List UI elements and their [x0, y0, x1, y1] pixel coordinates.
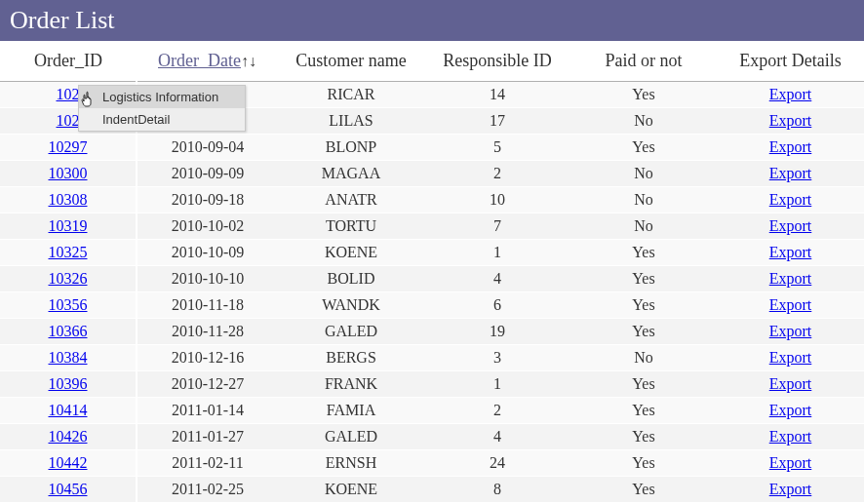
- paid-cell: No: [570, 108, 717, 135]
- order-date-cell: 2010-12-16: [137, 345, 278, 371]
- order-id-link[interactable]: 10297: [49, 138, 88, 155]
- paid-cell: Yes: [570, 135, 717, 161]
- table-row: 103662010-11-28GALED19YesExport: [0, 319, 864, 345]
- customer-cell: BERGS: [278, 345, 424, 371]
- customer-cell: FRANK: [278, 371, 424, 398]
- order-id-link[interactable]: 10319: [49, 217, 88, 234]
- order-date-cell: 2010-11-18: [137, 292, 278, 319]
- responsible-cell: 10: [424, 187, 570, 213]
- customer-cell: GALED: [278, 319, 424, 345]
- col-header-responsible[interactable]: Responsible ID: [424, 41, 570, 82]
- export-link[interactable]: Export: [769, 428, 812, 445]
- table-row: 104422011-02-11ERNSH24YesExport: [0, 450, 864, 477]
- customer-cell: MAGAA: [278, 161, 424, 187]
- paid-cell: Yes: [570, 477, 717, 503]
- export-link[interactable]: Export: [769, 323, 812, 339]
- table-row: 104562011-02-25KOENE8YesExport: [0, 477, 864, 503]
- paid-cell: Yes: [570, 371, 717, 398]
- context-menu-item-logistics[interactable]: Logistics Information: [79, 86, 245, 108]
- export-link[interactable]: Export: [769, 296, 812, 313]
- order-id-link[interactable]: 102: [57, 86, 80, 102]
- table-row: 103082010-09-18ANATR10NoExport: [0, 187, 864, 213]
- customer-cell: RICAR: [278, 82, 424, 108]
- paid-cell: Yes: [570, 398, 717, 424]
- paid-cell: No: [570, 345, 717, 371]
- order-date-cell: 2011-01-27: [137, 424, 278, 450]
- col-header-customer[interactable]: Customer name: [278, 41, 424, 82]
- paid-cell: Yes: [570, 450, 717, 477]
- order-id-link[interactable]: 10384: [49, 349, 88, 366]
- customer-cell: BOLID: [278, 266, 424, 292]
- export-link[interactable]: Export: [769, 270, 812, 287]
- col-header-paid[interactable]: Paid or not: [570, 41, 717, 82]
- export-link[interactable]: Export: [769, 244, 812, 260]
- table-row: 103192010-10-02TORTU7NoExport: [0, 213, 864, 240]
- paid-cell: Yes: [570, 319, 717, 345]
- order-date-cell: 2010-12-27: [137, 371, 278, 398]
- paid-cell: No: [570, 161, 717, 187]
- col-header-order-id[interactable]: Order_ID: [0, 41, 137, 82]
- sort-arrows-icon: ↑↓: [241, 53, 256, 69]
- responsible-cell: 2: [424, 398, 570, 424]
- page-title: Order List: [0, 0, 864, 41]
- col-header-order-date[interactable]: Order_Date↑↓: [137, 41, 278, 82]
- context-menu-item-indent[interactable]: IndentDetail: [79, 108, 245, 131]
- customer-cell: ANATR: [278, 187, 424, 213]
- order-id-link[interactable]: 10414: [49, 402, 88, 418]
- responsible-cell: 14: [424, 82, 570, 108]
- export-link[interactable]: Export: [769, 165, 812, 181]
- paid-cell: Yes: [570, 82, 717, 108]
- export-link[interactable]: Export: [769, 86, 812, 102]
- paid-cell: Yes: [570, 266, 717, 292]
- export-link[interactable]: Export: [769, 454, 812, 471]
- export-link[interactable]: Export: [769, 349, 812, 366]
- order-id-link[interactable]: 10442: [49, 454, 88, 471]
- export-link[interactable]: Export: [769, 402, 812, 418]
- table-row: 103842010-12-16BERGS3NoExport: [0, 345, 864, 371]
- paid-cell: No: [570, 187, 717, 213]
- export-link[interactable]: Export: [769, 138, 812, 155]
- customer-cell: BLONP: [278, 135, 424, 161]
- responsible-cell: 4: [424, 266, 570, 292]
- order-id-link[interactable]: 10456: [49, 481, 88, 497]
- responsible-cell: 1: [424, 240, 570, 266]
- paid-cell: No: [570, 213, 717, 240]
- table-body: 102RICAR14YesExport102LILAS17NoExport102…: [0, 82, 864, 503]
- order-id-link[interactable]: 10326: [49, 270, 88, 287]
- order-id-link[interactable]: 10325: [49, 244, 88, 260]
- responsible-cell: 24: [424, 450, 570, 477]
- customer-cell: ERNSH: [278, 450, 424, 477]
- responsible-cell: 5: [424, 135, 570, 161]
- export-link[interactable]: Export: [769, 191, 812, 208]
- order-id-link[interactable]: 10300: [49, 165, 88, 181]
- table-row: 104142011-01-14FAMIA2YesExport: [0, 398, 864, 424]
- export-link[interactable]: Export: [769, 481, 812, 497]
- export-link[interactable]: Export: [769, 112, 812, 129]
- order-id-link[interactable]: 10366: [49, 323, 88, 339]
- customer-cell: LILAS: [278, 108, 424, 135]
- order-id-link[interactable]: 10426: [49, 428, 88, 445]
- order-date-cell: 2010-11-28: [137, 319, 278, 345]
- customer-cell: KOENE: [278, 240, 424, 266]
- col-header-export: Export Details: [717, 41, 864, 82]
- order-id-link[interactable]: 10396: [49, 375, 88, 392]
- order-date-cell: 2011-01-14: [137, 398, 278, 424]
- export-link[interactable]: Export: [769, 375, 812, 392]
- table-row: 102972010-09-04BLONP5YesExport: [0, 135, 864, 161]
- table-row: 103262010-10-10BOLID4YesExport: [0, 266, 864, 292]
- sort-link-order-date[interactable]: Order_Date: [158, 51, 241, 70]
- order-date-cell: 2010-10-09: [137, 240, 278, 266]
- order-id-link[interactable]: 10356: [49, 296, 88, 313]
- customer-cell: TORTU: [278, 213, 424, 240]
- responsible-cell: 1: [424, 371, 570, 398]
- order-id-link[interactable]: 102: [57, 112, 80, 129]
- order-date-cell: 2010-09-09: [137, 161, 278, 187]
- order-id-link[interactable]: 10308: [49, 191, 88, 208]
- table-row: 103562010-11-18WANDK6YesExport: [0, 292, 864, 319]
- responsible-cell: 7: [424, 213, 570, 240]
- export-link[interactable]: Export: [769, 217, 812, 234]
- order-date-cell: 2010-09-18: [137, 187, 278, 213]
- customer-cell: WANDK: [278, 292, 424, 319]
- table-row: 103252010-10-09KOENE1YesExport: [0, 240, 864, 266]
- responsible-cell: 3: [424, 345, 570, 371]
